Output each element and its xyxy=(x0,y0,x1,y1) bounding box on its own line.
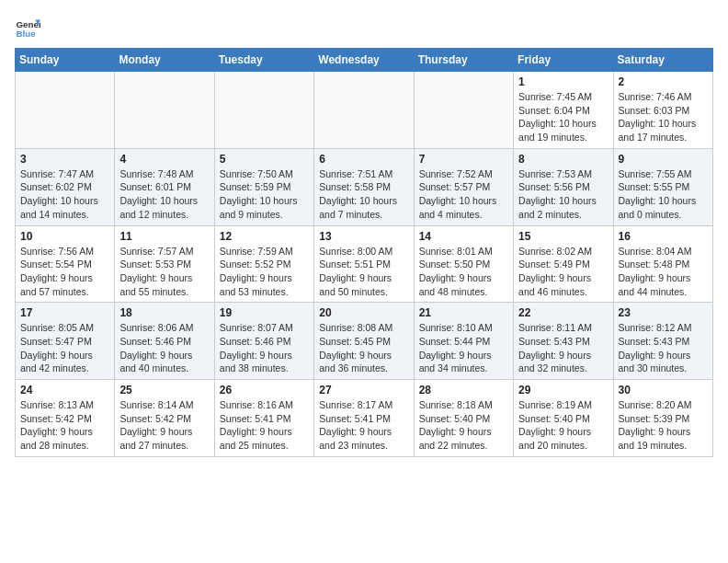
calendar-cell: 23Sunrise: 8:12 AM Sunset: 5:43 PM Dayli… xyxy=(613,303,712,380)
calendar-week-row: 3Sunrise: 7:47 AM Sunset: 6:02 PM Daylig… xyxy=(16,148,713,225)
weekday-header-row: SundayMondayTuesdayWednesdayThursdayFrid… xyxy=(16,49,713,72)
day-number: 6 xyxy=(319,153,408,166)
day-info: Sunrise: 7:51 AM Sunset: 5:58 PM Dayligh… xyxy=(319,167,408,222)
calendar-cell: 11Sunrise: 7:57 AM Sunset: 5:53 PM Dayli… xyxy=(115,225,214,303)
calendar-cell xyxy=(16,72,115,149)
day-info: Sunrise: 8:19 AM Sunset: 5:40 PM Dayligh… xyxy=(518,398,608,453)
day-info: Sunrise: 7:50 AM Sunset: 5:59 PM Dayligh… xyxy=(220,167,309,222)
calendar-cell: 12Sunrise: 7:59 AM Sunset: 5:52 PM Dayli… xyxy=(214,225,313,303)
day-number: 25 xyxy=(119,384,209,396)
day-info: Sunrise: 7:55 AM Sunset: 5:55 PM Dayligh… xyxy=(619,167,708,222)
weekday-header: Thursday xyxy=(414,49,513,72)
day-number: 28 xyxy=(419,384,508,396)
day-number: 11 xyxy=(119,230,209,243)
day-number: 14 xyxy=(419,230,508,243)
day-number: 13 xyxy=(319,230,408,243)
day-number: 26 xyxy=(220,384,309,396)
day-info: Sunrise: 8:02 AM Sunset: 5:49 PM Dayligh… xyxy=(518,245,608,299)
day-info: Sunrise: 7:59 AM Sunset: 5:52 PM Dayligh… xyxy=(220,245,309,299)
calendar-cell xyxy=(414,72,513,149)
weekday-header: Sunday xyxy=(16,49,115,72)
day-info: Sunrise: 8:07 AM Sunset: 5:46 PM Dayligh… xyxy=(220,321,309,375)
day-info: Sunrise: 8:10 AM Sunset: 5:44 PM Dayligh… xyxy=(419,321,508,375)
day-info: Sunrise: 8:08 AM Sunset: 5:45 PM Dayligh… xyxy=(319,321,408,375)
day-info: Sunrise: 8:11 AM Sunset: 5:43 PM Dayligh… xyxy=(518,321,608,375)
calendar-week-row: 17Sunrise: 8:05 AM Sunset: 5:47 PM Dayli… xyxy=(16,303,713,380)
weekday-header: Friday xyxy=(514,49,613,72)
day-info: Sunrise: 8:17 AM Sunset: 5:41 PM Dayligh… xyxy=(319,398,408,453)
calendar-cell: 21Sunrise: 8:10 AM Sunset: 5:44 PM Dayli… xyxy=(414,303,513,380)
day-number: 17 xyxy=(20,306,109,319)
calendar-cell xyxy=(214,72,313,149)
day-info: Sunrise: 7:53 AM Sunset: 5:56 PM Dayligh… xyxy=(518,167,608,222)
day-number: 12 xyxy=(220,230,309,243)
day-number: 4 xyxy=(119,153,209,166)
day-number: 20 xyxy=(319,306,408,319)
day-info: Sunrise: 8:14 AM Sunset: 5:42 PM Dayligh… xyxy=(119,398,209,453)
calendar-cell: 27Sunrise: 8:17 AM Sunset: 5:41 PM Dayli… xyxy=(314,380,414,457)
day-number: 10 xyxy=(20,230,109,243)
calendar-week-row: 1Sunrise: 7:45 AM Sunset: 6:04 PM Daylig… xyxy=(16,72,713,149)
calendar-cell: 26Sunrise: 8:16 AM Sunset: 5:41 PM Dayli… xyxy=(214,380,313,457)
svg-text:Blue: Blue xyxy=(16,29,36,39)
day-number: 8 xyxy=(518,153,608,166)
day-number: 18 xyxy=(119,306,209,319)
day-number: 1 xyxy=(518,75,608,88)
day-info: Sunrise: 8:00 AM Sunset: 5:51 PM Dayligh… xyxy=(319,245,408,299)
day-info: Sunrise: 7:52 AM Sunset: 5:57 PM Dayligh… xyxy=(419,167,508,222)
day-number: 9 xyxy=(619,153,708,166)
calendar-cell: 20Sunrise: 8:08 AM Sunset: 5:45 PM Dayli… xyxy=(314,303,414,380)
calendar-cell: 28Sunrise: 8:18 AM Sunset: 5:40 PM Dayli… xyxy=(414,380,513,457)
calendar-cell: 10Sunrise: 7:56 AM Sunset: 5:54 PM Dayli… xyxy=(16,225,115,303)
day-number: 7 xyxy=(419,153,508,166)
day-info: Sunrise: 8:05 AM Sunset: 5:47 PM Dayligh… xyxy=(20,321,109,375)
calendar-cell: 22Sunrise: 8:11 AM Sunset: 5:43 PM Dayli… xyxy=(514,303,613,380)
day-number: 16 xyxy=(619,230,708,243)
day-info: Sunrise: 8:04 AM Sunset: 5:48 PM Dayligh… xyxy=(619,245,708,299)
day-number: 2 xyxy=(619,75,708,88)
day-number: 3 xyxy=(20,153,109,166)
day-number: 21 xyxy=(419,306,508,319)
day-number: 22 xyxy=(518,306,608,319)
calendar-cell: 8Sunrise: 7:53 AM Sunset: 5:56 PM Daylig… xyxy=(514,148,613,225)
calendar-cell: 15Sunrise: 8:02 AM Sunset: 5:49 PM Dayli… xyxy=(514,225,613,303)
calendar-cell: 5Sunrise: 7:50 AM Sunset: 5:59 PM Daylig… xyxy=(214,148,313,225)
day-number: 19 xyxy=(220,306,309,319)
calendar-cell: 2Sunrise: 7:46 AM Sunset: 6:03 PM Daylig… xyxy=(613,72,712,149)
calendar-cell: 6Sunrise: 7:51 AM Sunset: 5:58 PM Daylig… xyxy=(314,148,414,225)
page-header: General Blue xyxy=(15,15,713,40)
day-info: Sunrise: 7:57 AM Sunset: 5:53 PM Dayligh… xyxy=(119,245,209,299)
calendar-cell: 9Sunrise: 7:55 AM Sunset: 5:55 PM Daylig… xyxy=(613,148,712,225)
calendar-week-row: 10Sunrise: 7:56 AM Sunset: 5:54 PM Dayli… xyxy=(16,225,713,303)
day-info: Sunrise: 7:48 AM Sunset: 6:01 PM Dayligh… xyxy=(119,167,209,222)
day-info: Sunrise: 8:01 AM Sunset: 5:50 PM Dayligh… xyxy=(419,245,508,299)
day-number: 15 xyxy=(518,230,608,243)
day-info: Sunrise: 7:45 AM Sunset: 6:04 PM Dayligh… xyxy=(518,90,608,144)
day-number: 30 xyxy=(619,384,708,396)
calendar-cell: 13Sunrise: 8:00 AM Sunset: 5:51 PM Dayli… xyxy=(314,225,414,303)
calendar-cell: 30Sunrise: 8:20 AM Sunset: 5:39 PM Dayli… xyxy=(613,380,712,457)
calendar-cell: 7Sunrise: 7:52 AM Sunset: 5:57 PM Daylig… xyxy=(414,148,513,225)
calendar-cell xyxy=(314,72,414,149)
calendar-cell: 24Sunrise: 8:13 AM Sunset: 5:42 PM Dayli… xyxy=(16,380,115,457)
logo-icon: General Blue xyxy=(15,15,40,40)
day-info: Sunrise: 7:47 AM Sunset: 6:02 PM Dayligh… xyxy=(20,167,109,222)
day-info: Sunrise: 8:12 AM Sunset: 5:43 PM Dayligh… xyxy=(619,321,708,375)
calendar-cell: 1Sunrise: 7:45 AM Sunset: 6:04 PM Daylig… xyxy=(514,72,613,149)
day-info: Sunrise: 7:46 AM Sunset: 6:03 PM Dayligh… xyxy=(619,90,708,144)
day-info: Sunrise: 8:16 AM Sunset: 5:41 PM Dayligh… xyxy=(220,398,309,453)
day-number: 23 xyxy=(619,306,708,319)
calendar: SundayMondayTuesdayWednesdayThursdayFrid… xyxy=(15,48,713,457)
calendar-cell: 17Sunrise: 8:05 AM Sunset: 5:47 PM Dayli… xyxy=(16,303,115,380)
calendar-cell: 29Sunrise: 8:19 AM Sunset: 5:40 PM Dayli… xyxy=(514,380,613,457)
calendar-cell: 14Sunrise: 8:01 AM Sunset: 5:50 PM Dayli… xyxy=(414,225,513,303)
calendar-cell: 25Sunrise: 8:14 AM Sunset: 5:42 PM Dayli… xyxy=(115,380,214,457)
weekday-header: Wednesday xyxy=(314,49,414,72)
calendar-cell: 19Sunrise: 8:07 AM Sunset: 5:46 PM Dayli… xyxy=(214,303,313,380)
calendar-cell: 16Sunrise: 8:04 AM Sunset: 5:48 PM Dayli… xyxy=(613,225,712,303)
calendar-week-row: 24Sunrise: 8:13 AM Sunset: 5:42 PM Dayli… xyxy=(16,380,713,457)
day-info: Sunrise: 7:56 AM Sunset: 5:54 PM Dayligh… xyxy=(20,245,109,299)
logo: General Blue xyxy=(15,15,44,40)
day-number: 27 xyxy=(319,384,408,396)
day-info: Sunrise: 8:06 AM Sunset: 5:46 PM Dayligh… xyxy=(119,321,209,375)
